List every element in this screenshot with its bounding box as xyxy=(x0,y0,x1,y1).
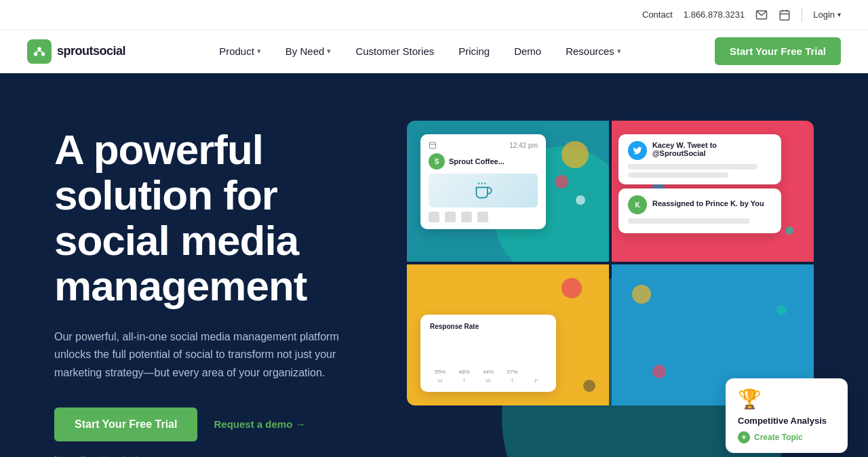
top-bar: Contact 1.866.878.3231 Login ▾ xyxy=(0,0,868,30)
logo[interactable]: sproutsocial xyxy=(27,39,125,64)
bar-item-5 xyxy=(526,373,547,375)
post-action-bar xyxy=(429,212,538,222)
x-label-m: M xyxy=(430,378,450,384)
hero-demo-link[interactable]: Request a demo → xyxy=(214,418,305,430)
logo-icon xyxy=(32,44,47,59)
nav-demo[interactable]: Demo xyxy=(505,40,551,62)
profile-name: Sprout Coffee... xyxy=(449,157,505,165)
tweet-avatar-1 xyxy=(628,141,647,160)
x-label-t1: T xyxy=(454,378,474,384)
svg-line-9 xyxy=(39,51,43,52)
deco-br-teal xyxy=(776,305,787,315)
post-card-profile: S Sprout Coffee... xyxy=(429,153,538,170)
deco-white-circle xyxy=(576,195,585,205)
bar-label-3: 44% xyxy=(483,369,494,375)
nav-customer-stories[interactable]: Customer Stories xyxy=(346,40,443,62)
post-card-time: 12:42 pm xyxy=(509,142,538,149)
hero-content: A powerful solution for social media man… xyxy=(54,121,393,457)
email-icon[interactable] xyxy=(755,9,768,21)
deco-tr-teal xyxy=(785,226,793,235)
logo-text: sproutsocial xyxy=(57,44,125,58)
comp-title: Competitive Analysis xyxy=(738,416,835,426)
svg-line-8 xyxy=(36,51,40,52)
x-label-w: W xyxy=(478,378,498,384)
deco-br-yellow xyxy=(632,285,651,304)
action-icon-3 xyxy=(461,212,472,222)
hero-section: A powerful solution for social media man… xyxy=(0,73,868,457)
comp-create-text: Create Topic xyxy=(754,433,803,442)
svg-point-7 xyxy=(41,52,45,56)
reassign-text-line1 xyxy=(628,218,750,224)
deco-bl-pink xyxy=(561,278,582,298)
bar-item-2: 48% xyxy=(454,367,474,375)
logo-mark xyxy=(27,39,52,64)
comp-icon-row: 🏆 xyxy=(738,388,835,410)
coffee-icon xyxy=(474,181,493,200)
tweet-avatar-2: K xyxy=(628,195,647,214)
post-image xyxy=(429,174,538,207)
deco-pink-circle xyxy=(555,175,568,188)
contact-link[interactable]: Contact xyxy=(642,9,673,20)
action-icon-4 xyxy=(477,212,488,222)
top-bar-right: Contact 1.866.878.3231 Login ▾ xyxy=(642,8,841,22)
nav-cta-button[interactable]: Start Your Free Trial xyxy=(715,37,841,65)
chart-card: Response Rate 55% 48% 44% xyxy=(420,315,556,392)
bar-label-2: 48% xyxy=(459,369,470,375)
tweet-card-1: Kacey W. Tweet to @SproutSocial xyxy=(618,134,781,184)
tweet-name-1: Kacey W. Tweet to @SproutSocial xyxy=(652,141,772,157)
resources-chevron-icon: ▾ xyxy=(617,47,621,56)
nav-links: Product ▾ By Need ▾ Customer Stories Pri… xyxy=(210,40,631,62)
hero-title: A powerful solution for social media man… xyxy=(54,127,393,309)
chart-x-labels: M T W T F xyxy=(430,378,547,384)
login-chevron-icon: ▾ xyxy=(837,11,841,18)
panel-bl: Response Rate 55% 48% 44% xyxy=(407,264,609,405)
svg-point-5 xyxy=(37,47,41,51)
profile-avatar: S xyxy=(429,153,445,170)
deco-yellow-circle xyxy=(561,141,589,168)
login-button[interactable]: Login ▾ xyxy=(813,9,841,20)
calendar-icon[interactable] xyxy=(778,9,791,21)
hero-cta-button[interactable]: Start Your Free Trial xyxy=(54,408,197,441)
panel-grid: 12:42 pm S Sprout Coffee... xyxy=(407,121,814,405)
by-need-chevron-icon: ▾ xyxy=(327,47,331,56)
bar-item-3: 44% xyxy=(478,367,498,375)
post-calendar-icon xyxy=(429,141,437,149)
divider xyxy=(802,8,802,22)
main-nav: sproutsocial Product ▾ By Need ▾ Custome… xyxy=(0,30,868,73)
deco-bl-dark xyxy=(583,380,595,392)
action-icon-2 xyxy=(445,212,456,222)
action-icon-1 xyxy=(429,212,439,222)
bar-label-4: 57% xyxy=(507,369,517,375)
product-chevron-icon: ▾ xyxy=(257,47,261,56)
hero-illustration: 12:42 pm S Sprout Coffee... xyxy=(407,121,827,457)
tweet-text-line1 xyxy=(628,164,757,170)
svg-point-6 xyxy=(34,52,38,56)
bar-label-1: 55% xyxy=(435,369,446,375)
comp-create-icon: + xyxy=(738,431,750,443)
nav-product[interactable]: Product ▾ xyxy=(210,40,271,62)
hero-actions: Start Your Free Trial Request a demo → xyxy=(54,408,393,441)
nav-resources[interactable]: Resources ▾ xyxy=(556,40,631,62)
deco-br-pink xyxy=(652,365,666,378)
x-label-f: F xyxy=(526,378,547,384)
post-card-header: 12:42 pm xyxy=(429,141,538,149)
chart-bars: 55% 48% 44% 57% xyxy=(430,334,547,375)
x-label-t2: T xyxy=(502,378,522,384)
nav-by-need[interactable]: By Need ▾ xyxy=(276,40,341,62)
post-card: 12:42 pm S Sprout Coffee... xyxy=(420,134,546,229)
trophy-icon: 🏆 xyxy=(738,388,762,410)
panel-tl: 12:42 pm S Sprout Coffee... xyxy=(407,121,609,262)
competitive-analysis-card: 🏆 Competitive Analysis + Create Topic xyxy=(726,378,848,453)
tweet-name-2: Reassigned to Prince K. by You xyxy=(652,199,764,207)
svg-rect-10 xyxy=(430,142,436,148)
tweet-text-line2 xyxy=(628,172,728,178)
comp-create-button[interactable]: + Create Topic xyxy=(738,431,835,443)
hero-subtitle: Our powerful, all-in-one social media ma… xyxy=(54,328,359,382)
phone-number[interactable]: 1.866.878.3231 xyxy=(684,9,745,20)
nav-pricing[interactable]: Pricing xyxy=(449,40,499,62)
chart-title: Response Rate xyxy=(430,323,547,330)
panel-tr: Kacey W. Tweet to @SproutSocial K Reassi… xyxy=(612,121,814,262)
bar-item-4: 57% xyxy=(502,367,522,375)
twitter-icon-1 xyxy=(633,146,642,155)
bar-item-1: 55% xyxy=(430,367,450,375)
